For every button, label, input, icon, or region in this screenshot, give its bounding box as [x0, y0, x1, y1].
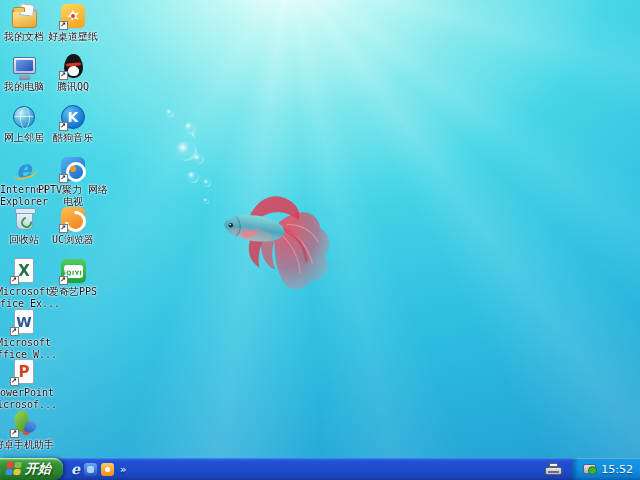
taskbar: 开始 e » 15:52	[0, 458, 640, 480]
shortcut-arrow-icon	[10, 377, 19, 386]
icon-label: 好卓手机助手	[0, 439, 54, 451]
pinwheel-red-petal	[23, 428, 30, 435]
tray-clock[interactable]: 15:52	[601, 463, 633, 476]
shortcut-arrow-icon	[59, 71, 68, 80]
flag-pane-yellow	[13, 469, 21, 475]
desktop-screen: 我的文档 我的电脑 网上邻居 e Internet Explorer 回收站 X…	[0, 0, 640, 480]
start-label: 开始	[25, 460, 51, 478]
desktop-icon-kugou-music[interactable]: K 酷狗音乐	[30, 103, 116, 144]
pptv-icon	[60, 155, 87, 182]
haozhuodao-wallpaper-icon	[60, 2, 87, 29]
desktop-icon-uc-browser[interactable]: UC浏览器	[30, 205, 116, 246]
bubble	[203, 179, 211, 187]
betta-fish	[222, 186, 340, 298]
printer-icon[interactable]	[545, 463, 562, 476]
desktop-icon-ms-word[interactable]: W Microsoft Office W...	[0, 308, 67, 361]
icon-label: 腾讯QQ	[57, 81, 89, 93]
start-button[interactable]: 开始	[0, 458, 63, 480]
flag-pane-red	[6, 462, 14, 468]
quick-launch-overflow-chevron[interactable]: »	[120, 464, 126, 475]
icon-label: 爱奇艺PPS	[49, 286, 97, 298]
bubble	[166, 109, 174, 117]
tencent-qq-icon	[60, 52, 87, 79]
desktop-icon-tencent-qq[interactable]: 腾讯QQ	[30, 52, 116, 93]
shortcut-arrow-icon	[59, 174, 68, 183]
windows-logo-icon	[5, 462, 22, 476]
desktop-icon-haozhuo-assistant[interactable]: 好卓手机助手	[0, 410, 67, 451]
printer-slot	[548, 471, 559, 473]
shortcut-arrow-icon	[59, 224, 68, 233]
powerpoint-p-glyph: P	[19, 363, 30, 381]
flag-pane-blue	[5, 469, 13, 475]
quick-launch-ie-icon[interactable]: e	[71, 462, 80, 476]
uc-browser-icon	[60, 205, 87, 232]
excel-x-glyph: X	[18, 262, 30, 280]
bubble	[193, 154, 204, 164]
shortcut-arrow-icon	[10, 327, 19, 336]
quick-launch-blue-app-icon[interactable]	[84, 463, 97, 476]
ms-powerpoint-icon: P	[11, 358, 38, 385]
word-w-glyph: W	[16, 314, 31, 330]
shortcut-arrow-icon	[59, 21, 68, 30]
shortcut-arrow-icon	[59, 276, 68, 285]
quick-launch-orange-app-icon[interactable]	[101, 463, 114, 476]
system-tray: 15:52	[572, 458, 640, 480]
desktop-icon-pptv[interactable]: PPTV聚力 网络电视	[30, 155, 116, 208]
printer-paper	[549, 463, 558, 467]
icon-label: UC浏览器	[52, 234, 94, 246]
shortcut-arrow-icon	[59, 122, 68, 131]
safely-remove-hardware-icon[interactable]	[583, 464, 596, 474]
bubble	[203, 198, 209, 204]
ms-word-icon: W	[11, 308, 38, 335]
desktop-icon-iqiyi-pps[interactable]: iQIYI 爱奇艺PPS	[30, 257, 116, 298]
icon-label: 好桌道壁纸	[48, 31, 98, 43]
icon-label: PowerPoint Microsof...	[0, 387, 63, 411]
shortcut-arrow-icon	[10, 276, 19, 285]
bubble	[191, 133, 196, 138]
bubble	[187, 171, 199, 183]
haozhuo-assistant-icon	[11, 410, 38, 437]
iqiyi-glyph: iQIYI	[64, 270, 82, 276]
kugou-music-icon: K	[60, 103, 87, 130]
shortcut-arrow-icon	[10, 429, 19, 438]
icon-label: 酷狗音乐	[53, 132, 93, 144]
iqiyi-pps-icon: iQIYI	[60, 257, 87, 284]
flag-pane-green	[14, 462, 22, 468]
quick-launch-bar: e »	[63, 458, 132, 480]
desktop-icon-ms-powerpoint[interactable]: P PowerPoint Microsof...	[0, 358, 67, 411]
desktop-icon-haozhuodao-wallpaper[interactable]: 好桌道壁纸	[30, 2, 116, 43]
